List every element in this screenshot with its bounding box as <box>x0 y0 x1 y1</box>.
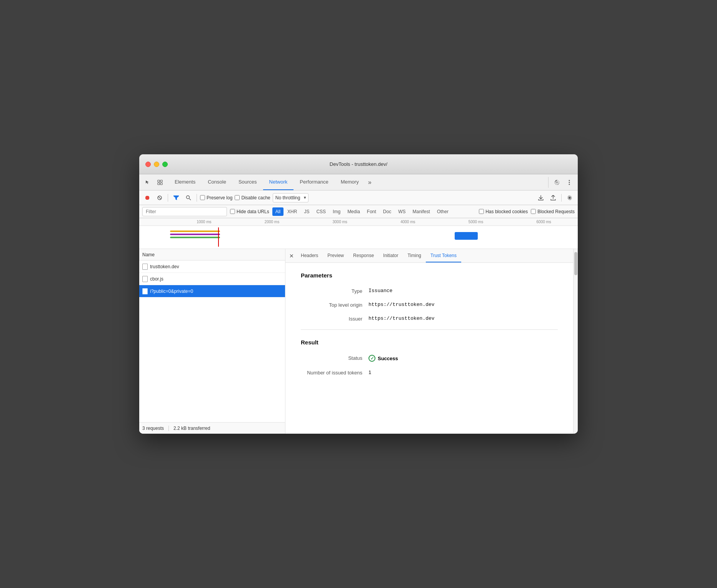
filter-xhr[interactable]: XHR <box>284 207 300 216</box>
tab-timing[interactable]: Timing <box>403 249 426 262</box>
tab-initiator[interactable]: Initiator <box>379 249 403 262</box>
scrollbar-thumb[interactable] <box>574 252 577 275</box>
devtools-icons <box>142 177 165 188</box>
svg-rect-1 <box>160 180 162 182</box>
filter-other[interactable]: Other <box>434 207 452 216</box>
network-toolbar: ⏺ Preserve log Disable cache <box>139 190 578 205</box>
import-button[interactable] <box>536 193 546 203</box>
blocked-requests-checkbox[interactable] <box>531 209 536 214</box>
filter-css[interactable]: CSS <box>313 207 329 216</box>
success-icon: ✓ <box>369 355 375 362</box>
preserve-log-checkbox[interactable] <box>200 195 205 200</box>
close-button[interactable] <box>145 162 151 167</box>
more-options-icon[interactable] <box>564 177 575 188</box>
type-value: Issuance <box>369 288 392 294</box>
tab-response[interactable]: Response <box>348 249 379 262</box>
tab-sources[interactable]: Sources <box>232 174 263 190</box>
top-level-origin-value: https://trusttoken.dev <box>369 302 435 307</box>
preserve-log-label[interactable]: Preserve log <box>200 195 232 200</box>
blocked-requests-label[interactable]: Blocked Requests <box>531 209 575 214</box>
detail-content: Parameters Type Issuance Top level origi… <box>285 263 573 434</box>
request-item[interactable]: cbor.js <box>139 273 285 285</box>
maximize-button[interactable] <box>162 162 168 167</box>
request-item-selected[interactable]: i?public=0&private=0 <box>139 285 285 297</box>
file-icon-1 <box>142 264 148 270</box>
main-content: Name trusttoken.dev cbor.js i?public=0&p… <box>139 249 578 434</box>
tab-memory[interactable]: Memory <box>335 174 365 190</box>
hide-data-urls-checkbox[interactable] <box>230 209 235 214</box>
ruler-mark-4: 4000 ms <box>374 220 442 224</box>
devtools-window: DevTools - trusttoken.dev/ Elements Cons… <box>139 154 578 434</box>
tab-network[interactable]: Network <box>263 174 294 190</box>
devtools-settings-group <box>548 177 575 188</box>
throttle-wrapper: No throttling ▼ <box>273 193 308 202</box>
tokens-row: Number of issued tokens 1 <box>301 369 558 376</box>
filter-manifest[interactable]: Manifest <box>410 207 433 216</box>
request-item[interactable]: trusttoken.dev <box>139 261 285 273</box>
filter-doc[interactable]: Doc <box>380 207 394 216</box>
type-label: Type <box>301 288 362 294</box>
hide-data-urls-label[interactable]: Hide data URLs <box>230 209 269 214</box>
svg-line-10 <box>189 199 191 200</box>
request-name-3: i?public=0&private=0 <box>150 289 193 294</box>
svg-rect-2 <box>158 183 160 185</box>
close-detail-button[interactable]: ✕ <box>287 251 296 261</box>
filter-img[interactable]: Img <box>330 207 343 216</box>
filter-input[interactable] <box>142 207 227 216</box>
waterfall-bar-2 <box>170 234 220 235</box>
filter-all[interactable]: All <box>272 207 283 216</box>
filter-icon[interactable] <box>171 193 181 203</box>
blocked-cookies-checkbox[interactable] <box>479 209 484 214</box>
request-name-2: cbor.js <box>150 276 163 282</box>
file-icon-2 <box>142 276 148 282</box>
tab-trust-tokens[interactable]: Trust Tokens <box>426 249 461 262</box>
tab-console[interactable]: Console <box>202 174 232 190</box>
requests-panel: Name trusttoken.dev cbor.js i?public=0&p… <box>139 249 285 434</box>
disable-cache-checkbox[interactable] <box>235 195 240 200</box>
ruler-mark-1: 1000 ms <box>170 220 238 224</box>
filter-bar: Hide data URLs All XHR JS CSS Img Media … <box>139 205 578 218</box>
svg-point-4 <box>569 180 570 181</box>
tab-preview[interactable]: Preview <box>323 249 348 262</box>
clear-button[interactable] <box>155 193 165 203</box>
settings-icon[interactable] <box>552 177 562 188</box>
svg-rect-0 <box>158 180 160 182</box>
filter-media[interactable]: Media <box>344 207 363 216</box>
tab-performance[interactable]: Performance <box>293 174 334 190</box>
tab-headers[interactable]: Headers <box>296 249 323 262</box>
more-tabs-button[interactable]: » <box>365 174 375 190</box>
name-column-header: Name <box>142 252 155 257</box>
minimize-button[interactable] <box>154 162 159 167</box>
requests-list: trusttoken.dev cbor.js i?public=0&privat… <box>139 261 285 422</box>
inspector-icon[interactable] <box>155 177 165 188</box>
toolbar-separator-2 <box>197 194 197 202</box>
throttle-select[interactable]: No throttling <box>273 193 308 202</box>
filter-ws[interactable]: WS <box>395 207 409 216</box>
filter-font[interactable]: Font <box>364 207 379 216</box>
traffic-lights <box>145 162 168 167</box>
filter-js[interactable]: JS <box>301 207 312 216</box>
title-bar: DevTools - trusttoken.dev/ <box>139 154 578 174</box>
status-value: ✓ Success <box>369 355 398 362</box>
status-label: Status <box>301 355 362 361</box>
tab-elements[interactable]: Elements <box>168 174 202 190</box>
issuer-row: Issuer https://trusttoken.dev <box>301 316 558 322</box>
requests-count: 3 requests <box>142 426 164 431</box>
network-settings-icon[interactable] <box>565 193 575 203</box>
search-icon[interactable] <box>183 193 193 203</box>
detail-tab-bar: ✕ Headers Preview Response Initiator Tim… <box>285 249 573 263</box>
detail-scrollbar[interactable] <box>573 249 578 434</box>
disable-cache-label[interactable]: Disable cache <box>235 195 270 200</box>
waterfall-bar-blue <box>455 232 478 240</box>
top-level-origin-row: Top level origin https://trusttoken.dev <box>301 302 558 308</box>
footer-separator <box>168 426 169 431</box>
ruler-mark-2: 2000 ms <box>238 220 306 224</box>
file-icon-3 <box>142 288 148 294</box>
export-button[interactable] <box>548 193 558 203</box>
record-button[interactable]: ⏺ <box>142 193 152 203</box>
type-row: Type Issuance <box>301 288 558 294</box>
cursor-icon[interactable] <box>142 177 153 188</box>
blocked-cookies-label[interactable]: Has blocked cookies <box>479 209 528 214</box>
timeline-waterfall <box>139 227 578 247</box>
result-title: Result <box>301 339 558 346</box>
